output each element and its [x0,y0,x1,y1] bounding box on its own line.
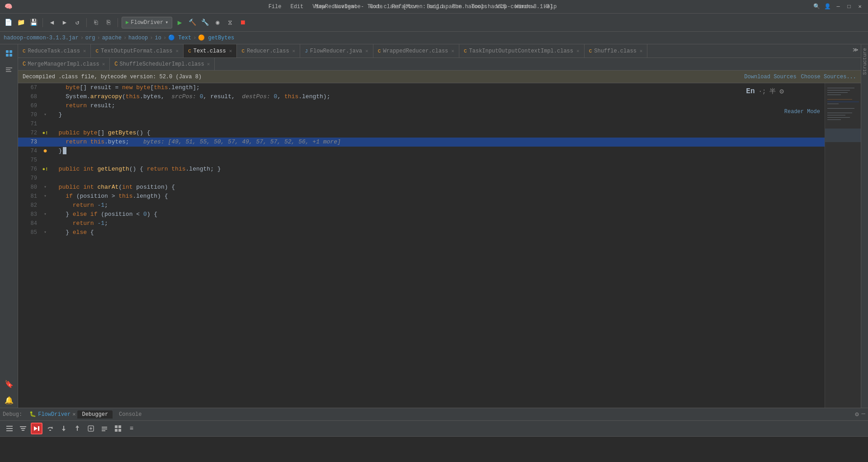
tab-shuffle[interactable]: C Shuffle.class ✕ [585,44,648,57]
tab-reducetask-close[interactable]: ✕ [83,48,86,54]
svg-rect-31 [102,427,107,428]
tab-reducetask[interactable]: C ReduceTask.class ✕ [18,44,91,57]
choose-sources-link[interactable]: Choose Sources... [801,74,856,80]
threads-button[interactable] [17,423,29,434]
tab-textoutputformat[interactable]: C TextOutputFormat.class ✕ [91,44,184,57]
bottom-tab-debugger[interactable]: Debugger [77,410,113,419]
breadcrumb-io[interactable]: io [155,35,161,41]
structure-panel-label[interactable]: Structure [862,48,868,75]
run-button[interactable]: ▶ [174,17,185,28]
open-button[interactable]: 📁 [15,17,26,28]
code-editor[interactable]: Reader Mode En ·; 半 ⚙ 67 byte[] result =… [18,83,825,408]
tab-taskinputoutput-close[interactable]: ✕ [576,48,580,54]
download-sources-link[interactable]: Download Sources [744,74,796,80]
flow-driver-tab[interactable]: FlowDriver [38,411,71,418]
save-button[interactable]: 💾 [28,17,39,28]
svg-rect-10 [827,95,841,95]
tab-flowreducer-close[interactable]: ✕ [365,48,368,54]
breadcrumb-apache[interactable]: apache [102,35,122,41]
tab-wrappedreducer[interactable]: C WrappedReducer.class ✕ [373,44,459,57]
close-button[interactable]: ✕ [856,3,863,10]
run-config-dropdown[interactable]: ▶ FlowDriver ▾ [122,17,172,29]
nav-history-button[interactable]: ⎗ [90,17,101,28]
svg-rect-5 [6,69,10,70]
svg-rect-13 [827,104,839,104]
step-out-button[interactable] [71,423,83,434]
nav-forward-button[interactable]: ⎘ [103,17,114,28]
tab2-shufflescheduler[interactable]: C ShuffleSchedulerImpl.class ✕ [110,58,215,70]
new-file-button[interactable]: 📄 [3,17,14,28]
minimize-button[interactable]: ─ [835,3,842,10]
tab2-mergemanager[interactable]: C MergeManagerImpl.class ✕ [18,58,110,70]
tab2-shufflescheduler-close[interactable]: ✕ [207,61,210,67]
svg-rect-32 [102,429,107,429]
tab-text-label: Text.class [193,48,226,54]
menu-edit[interactable]: Edit [287,3,307,11]
debug-hide-icon[interactable]: ─ [862,410,865,418]
svg-rect-35 [118,425,121,428]
tab-taskinputoutput[interactable]: C TaskInputOutputContextImpl.class ✕ [459,44,585,57]
resume-button[interactable] [31,423,42,434]
tab-textoutputformat-close[interactable]: ✕ [176,48,179,54]
tab-taskinputoutput-label: TaskInputOutputContextImpl.class [469,48,573,54]
tab2-mergemanager-label: MergeManagerImpl.class [28,61,99,67]
svg-rect-16 [827,115,845,115]
debug-close-button[interactable]: ✕ [72,411,75,418]
tab-text-icon: C [188,48,191,54]
sidebar-bookmarks-icon[interactable]: 🔖 [2,377,16,391]
coverage-button[interactable]: ◉ [212,17,223,28]
svg-rect-34 [115,425,118,428]
frames-button[interactable] [4,423,15,434]
tab-reducetask-label: ReduceTask.class [28,48,80,54]
svg-rect-1 [9,50,12,53]
code-line-72: 72 ●! public byte[] getBytes() { [18,129,825,138]
breadcrumb-jar[interactable]: hadoop-common-3.1.3.jar [4,35,79,41]
maximize-button[interactable]: □ [845,3,853,10]
tab-flowreducer[interactable]: J FlowReducer.java ✕ [300,44,373,57]
breadcrumb-text[interactable]: 🔵 Text [168,34,191,41]
sidebar-structure-icon[interactable] [2,62,16,77]
run-config-label: FlowDriver [131,19,163,26]
more-options-button[interactable]: ≡ [126,423,137,434]
reload-button[interactable]: ↺ [72,17,83,28]
profile-run-button[interactable]: ⧖ [225,17,236,28]
tab2-shufflescheduler-icon: C [114,61,118,67]
debug-settings-icon[interactable]: ⚙ [855,410,859,418]
evaluate-button[interactable] [85,423,97,434]
bottom-tabs-bar: Debug: 🐛 FlowDriver ✕ Debugger Console ⚙… [0,408,868,421]
back-button[interactable]: ◀ [47,17,57,28]
tab-reducer[interactable]: C Reducer.class ✕ [237,44,300,57]
tabs-row: C ReduceTask.class ✕ C TextOutputFormat.… [18,44,861,58]
tab2-mergemanager-close[interactable]: ✕ [102,61,105,67]
tab-wrappedreducer-close[interactable]: ✕ [451,48,454,54]
code-line-85: 85 ▾ } else { [18,228,825,237]
svg-rect-21 [6,430,13,431]
grid-button[interactable] [112,423,124,434]
build-button[interactable]: 🔨 [187,17,198,28]
menu-file[interactable]: File [265,3,285,11]
sidebar-notifications-icon[interactable]: 🔔 [2,393,16,408]
code-line-83: 83 ▾ } else if (position < 0) { [18,210,825,219]
tab-overflow-button[interactable]: ≫ [850,44,861,55]
sidebar-project-icon[interactable] [2,46,16,61]
breadcrumb: hadoop-common-3.1.3.jar › org › apache ›… [0,32,868,44]
step-into-button[interactable] [58,423,70,434]
tab-reducer-close[interactable]: ✕ [292,48,296,54]
svg-rect-18 [827,119,841,120]
forward-button[interactable]: ▶ [59,17,70,28]
code-line-80: 80 ▾ public int charAt(int position) { [18,183,825,192]
tab-text[interactable]: C Text.class ✕ [184,44,237,57]
tab-text-close[interactable]: ✕ [229,48,232,54]
clear-frames-button[interactable] [99,423,110,434]
breadcrumb-org[interactable]: org [85,35,95,41]
bottom-tab-console[interactable]: Console [114,410,146,419]
stop-button[interactable]: ⏹ [237,17,248,28]
search-button[interactable]: 🔍 [813,3,820,10]
step-over-button[interactable] [44,423,56,434]
breadcrumb-getbytes[interactable]: 🟠 getBytes [198,34,234,41]
svg-rect-9 [827,92,848,93]
breadcrumb-hadoop[interactable]: hadoop [128,35,148,41]
profile-button[interactable]: 👤 [824,3,831,10]
build2-button[interactable]: 🔧 [199,17,210,28]
tab-shuffle-close[interactable]: ✕ [640,48,643,54]
